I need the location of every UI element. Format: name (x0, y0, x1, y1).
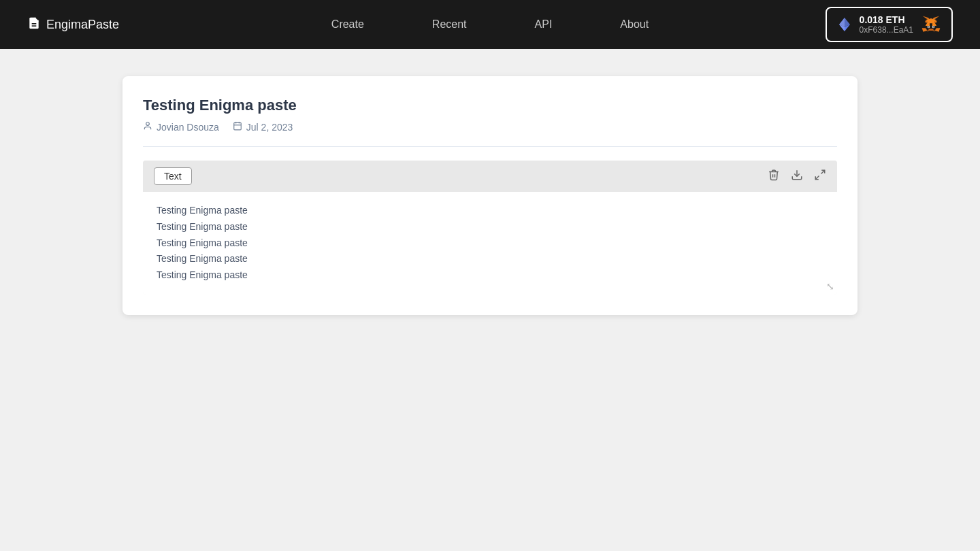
text-line-2: Testing Enigma paste (157, 219, 823, 235)
author-meta: Jovian Dsouza (143, 121, 219, 133)
nav-links: Create Recent API About (331, 18, 649, 31)
paste-date: Jul 2, 2023 (246, 122, 293, 133)
main-content: Testing Enigma paste Jovian Dsouza (0, 49, 980, 342)
text-line-1: Testing Enigma paste (157, 203, 823, 219)
nav-create[interactable]: Create (331, 18, 364, 31)
nav-about[interactable]: About (620, 18, 649, 31)
svg-marker-9 (922, 28, 928, 31)
ethereum-icon (836, 16, 853, 33)
svg-point-17 (933, 27, 934, 28)
calendar-icon (233, 121, 242, 133)
brand-icon (27, 16, 41, 33)
wallet-info: 0.018 ETH 0xF638...EaA1 (860, 14, 913, 35)
brand-logo[interactable]: EngimaPaste (27, 16, 119, 33)
expand-icon[interactable] (814, 169, 826, 184)
text-line-3: Testing Enigma paste (157, 235, 823, 252)
svg-marker-8 (934, 28, 940, 31)
svg-rect-25 (234, 122, 242, 130)
text-content-area: Testing Enigma paste Testing Enigma past… (143, 192, 837, 295)
svg-line-31 (815, 176, 819, 179)
text-block: Text (143, 161, 837, 295)
svg-point-16 (928, 27, 930, 28)
user-icon (143, 121, 152, 133)
navbar: EngimaPaste Create Recent API About 0.01… (0, 0, 980, 49)
text-line-5: Testing Enigma paste (157, 267, 823, 284)
text-block-header: Text (143, 161, 837, 192)
nav-recent[interactable]: Recent (432, 18, 467, 31)
paste-title: Testing Enigma paste (143, 97, 837, 114)
author-name: Jovian Dsouza (157, 122, 219, 133)
delete-icon[interactable] (768, 169, 780, 184)
wallet-address: 0xF638...EaA1 (860, 25, 913, 35)
text-block-actions (768, 169, 826, 184)
metamask-icon (920, 14, 942, 35)
download-icon[interactable] (791, 169, 803, 184)
svg-point-24 (146, 122, 150, 126)
svg-line-30 (821, 170, 825, 173)
paste-meta: Jovian Dsouza Jul 2, 2023 (143, 121, 837, 147)
nav-api[interactable]: API (535, 18, 553, 31)
text-line-4: Testing Enigma paste (157, 251, 823, 267)
resize-handle[interactable]: ⤡ (826, 281, 834, 292)
brand-name: EngimaPaste (46, 18, 119, 32)
svg-marker-4 (839, 18, 845, 27)
date-meta: Jul 2, 2023 (233, 121, 293, 133)
wallet-eth-amount: 0.018 ETH (860, 14, 905, 25)
paste-card: Testing Enigma paste Jovian Dsouza (122, 76, 858, 315)
svg-rect-23 (928, 29, 933, 31)
wallet-button[interactable]: 0.018 ETH 0xF638...EaA1 (826, 7, 953, 42)
text-type-button[interactable]: Text (154, 167, 192, 185)
